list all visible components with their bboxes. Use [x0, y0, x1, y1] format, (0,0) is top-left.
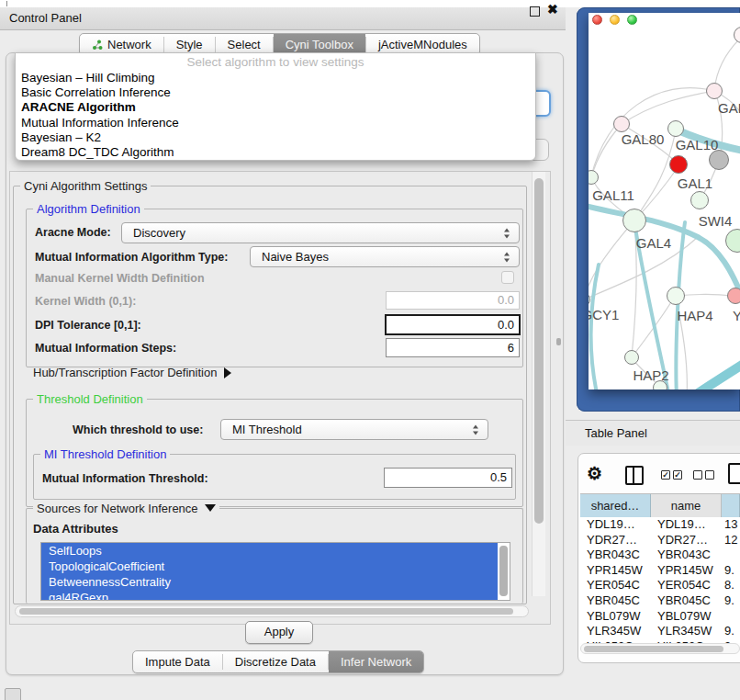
- manual-kernel-checkbox[interactable]: [501, 271, 514, 284]
- mac-close-button[interactable]: [592, 15, 602, 25]
- table-panel-title: Table Panel: [585, 426, 647, 440]
- panel-divider-grip[interactable]: [556, 338, 561, 345]
- settings-horizontal-scrollbar[interactable]: [15, 605, 529, 617]
- algorithm-option-dream8-dc-tdc-algorithm[interactable]: Dream8 DC_TDC Algorithm: [21, 145, 530, 160]
- network-canvas[interactable]: GALGAL80GAL10GAL1GAL11SWI4GAL4GCY1HAP4YH…: [589, 13, 740, 390]
- gear-icon[interactable]: ⚙: [587, 463, 602, 484]
- table-cell: YBR045C: [580, 593, 651, 609]
- network-node-gal11[interactable]: [589, 170, 599, 185]
- unchecked-checkbox-icon[interactable]: [705, 470, 714, 480]
- table-row[interactable]: YBR043CYBR043C: [580, 548, 740, 563]
- settings-vertical-scrollbar[interactable]: [532, 172, 545, 596]
- table-cell: YER054C: [651, 578, 722, 593]
- algorithm-options-list: Bayesian – Hill ClimbingBasic Correlatio…: [21, 71, 530, 160]
- table-row[interactable]: YBL079WYBL079W: [580, 609, 740, 625]
- network-node-gal4[interactable]: [622, 209, 646, 232]
- network-node-gal[interactable]: [706, 83, 723, 99]
- algorithm-option-bayesian-k2[interactable]: Bayesian – K2: [21, 130, 530, 145]
- mi-steps-label: Mutual Information Steps:: [35, 342, 176, 355]
- algorithm-option-bayesian-hill-climbing[interactable]: Bayesian – Hill Climbing: [21, 71, 530, 85]
- mi-type-value: Naive Bayes: [262, 250, 329, 264]
- network-node-y[interactable]: [727, 288, 740, 304]
- network-node-swi4[interactable]: [690, 191, 709, 209]
- mi-type-combo[interactable]: Naive Bayes: [250, 246, 520, 267]
- apply-button[interactable]: Apply: [245, 621, 313, 644]
- mi-steps-field[interactable]: 6: [386, 338, 520, 357]
- hub-definition-toggle[interactable]: Hub/Transcription Factor Definition: [33, 366, 231, 379]
- network-node[interactable]: [709, 150, 729, 170]
- table-cell: YDL19…: [580, 517, 651, 533]
- unchecked-checkbox-icon[interactable]: [693, 470, 702, 480]
- kernel-width-label: Kernel Width (0,1):: [35, 295, 136, 308]
- data-attribute-betweennesscentrality[interactable]: BetweennessCentrality: [41, 574, 498, 590]
- network-node-hap4[interactable]: [667, 287, 685, 305]
- data-attributes-list[interactable]: SelfLoopsTopologicalCoefficientBetweenne…: [40, 542, 510, 601]
- table-row[interactable]: YDL19…YDL19…13: [580, 517, 740, 533]
- table-column-header[interactable]: [722, 494, 740, 517]
- node-label-gal11: GAL11: [592, 187, 634, 203]
- algorithm-option-aracne-algorithm[interactable]: ARACNE Algorithm: [21, 100, 530, 115]
- table-cell: YLR345W: [580, 624, 651, 639]
- mi-threshold-field[interactable]: 0.5: [384, 468, 512, 488]
- network-node[interactable]: [725, 229, 740, 253]
- cyni-bottom-tabs: Impute DataDiscretize DataInfer Network: [132, 650, 424, 673]
- network-icon: [92, 40, 103, 51]
- tab-impute-data[interactable]: Impute Data: [133, 651, 222, 672]
- aracne-mode-label: Aracne Mode:: [35, 226, 111, 239]
- network-node-gal1[interactable]: [669, 155, 688, 174]
- node-label-swi4: SWI4: [699, 213, 733, 229]
- table-column-header-shared-[interactable]: shared…: [580, 494, 651, 517]
- vertical-scrollbar-thumb[interactable]: [534, 178, 544, 524]
- table-column-header-name[interactable]: name: [651, 494, 722, 517]
- table-row[interactable]: YER054CYER054C8.: [580, 578, 740, 593]
- data-attribute-selfloops[interactable]: SelfLoops: [41, 543, 498, 559]
- attribute-list-scrollbar-thumb[interactable]: [499, 546, 508, 596]
- table-row[interactable]: YDR27…YDR27…12: [580, 533, 740, 548]
- table-row[interactable]: YBR045CYBR045C9.: [580, 593, 740, 609]
- float-panel-icon[interactable]: [530, 6, 540, 17]
- table-scrollbar-thumb[interactable]: [584, 646, 723, 652]
- dpi-tolerance-field[interactable]: 0.0: [385, 314, 521, 335]
- which-threshold-value: MI Threshold: [232, 423, 302, 436]
- network-node-gal10[interactable]: [667, 120, 684, 137]
- page-icon[interactable]: [728, 463, 740, 484]
- table-cell: YBR043C: [580, 548, 651, 563]
- network-node[interactable]: [734, 27, 740, 43]
- data-attribute-topologicalcoefficient[interactable]: TopologicalCoefficient: [41, 559, 498, 574]
- table-cell: [722, 548, 740, 563]
- tab-discretize-data[interactable]: Discretize Data: [223, 651, 328, 672]
- network-node-gcy1[interactable]: [589, 292, 590, 307]
- table-cell: YDR27…: [580, 533, 651, 548]
- close-panel-icon[interactable]: ✖: [547, 2, 558, 17]
- kernel-width-field[interactable]: 0.0: [386, 291, 520, 310]
- mi-threshold-label: Mutual Information Threshold:: [42, 472, 208, 485]
- algorithm-option-basic-correlation-inference[interactable]: Basic Correlation Inference: [21, 85, 530, 100]
- checked-checkbox-icon[interactable]: ✓: [673, 470, 682, 480]
- tab-label: Network: [107, 38, 151, 51]
- table-row[interactable]: YPR145WYPR145W9.: [580, 563, 740, 579]
- sources-toggle[interactable]: Sources for Network Inference: [33, 502, 219, 515]
- bottom-left-grip[interactable]: [5, 688, 21, 700]
- network-node-hap2[interactable]: [624, 350, 639, 365]
- table-horizontal-scrollbar[interactable]: [580, 643, 740, 654]
- table-cell: 9.: [722, 563, 740, 579]
- mac-minimize-button[interactable]: [610, 15, 620, 25]
- threshold-definition-title: Threshold Definition: [33, 392, 147, 406]
- control-panel-titlebar: Control Panel: [0, 7, 566, 30]
- which-threshold-combo[interactable]: MI Threshold: [220, 419, 488, 440]
- tab-label: Cyni Toolbox: [286, 38, 353, 51]
- network-node-gal80[interactable]: [613, 116, 630, 132]
- aracne-mode-combo[interactable]: Discovery: [121, 222, 520, 243]
- table-row[interactable]: YLR345WYLR345W9.: [580, 624, 740, 639]
- data-attribute-gal4rgexp[interactable]: gal4RGexp: [41, 590, 498, 601]
- algorithm-option-mutual-information-inference[interactable]: Mutual Information Inference: [21, 116, 530, 130]
- aracne-mode-value: Discovery: [133, 226, 185, 240]
- table-cell: [722, 609, 740, 625]
- manual-kernel-label: Manual Kernel Width Definition: [35, 272, 205, 285]
- horizontal-scrollbar-thumb[interactable]: [19, 608, 513, 615]
- mac-zoom-button[interactable]: [627, 15, 637, 25]
- tab-infer-network[interactable]: Infer Network: [329, 651, 423, 672]
- columns-icon[interactable]: [625, 466, 644, 485]
- checked-checkbox-icon[interactable]: ✓: [661, 470, 670, 480]
- network-node[interactable]: [653, 380, 667, 390]
